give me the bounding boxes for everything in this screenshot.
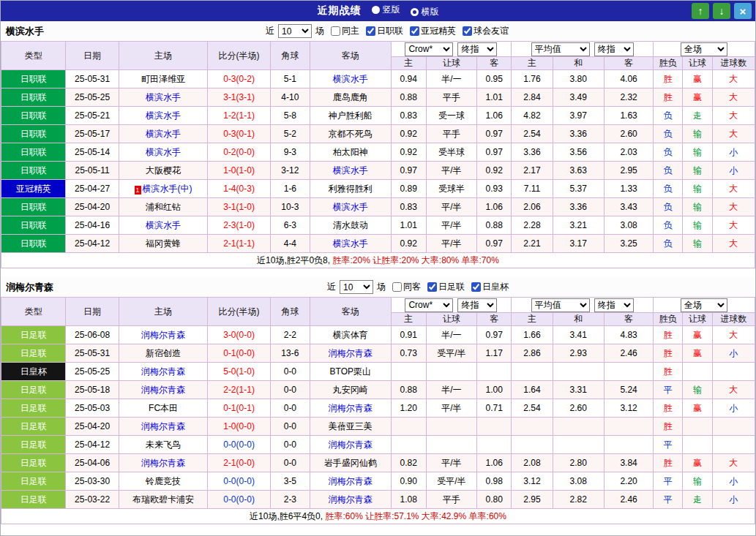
avg-draw-cell: 2.80 [553, 454, 604, 472]
filter-checkbox[interactable]: 日皇杯 [471, 281, 509, 293]
avg-away-cell: 3.08 [604, 216, 653, 235]
away-team-cell: 丸安冈崎 [310, 381, 392, 399]
odds-home-cell: 0.97 [391, 162, 426, 180]
odds-source-select[interactable]: Crow* [405, 42, 453, 56]
filter-checkbox-input[interactable] [331, 26, 340, 36]
avg-away-cell: 4.83 [604, 326, 653, 344]
home-team-cell: 横滨水手 [119, 88, 208, 107]
odds-away-cell: 0.97 [477, 143, 512, 162]
home-team-name: 未来飞鸟 [146, 439, 181, 450]
goals-cell: 大 [712, 216, 755, 235]
handicap-result-cell: 输 [683, 125, 712, 143]
match-row: 日职联25-05-11大阪樱花1-0(1-0)3-12横滨水手0.97平/半0.… [1, 162, 755, 180]
layout-radio[interactable]: 横版 [411, 6, 439, 18]
scope-select[interactable]: 全场 [681, 42, 727, 56]
scope-select[interactable]: 全场 [681, 298, 727, 312]
handicap-result-cell: 赢 [683, 454, 712, 472]
filter-checkbox[interactable]: 同客 [392, 281, 421, 293]
date-cell: 25-03-22 [66, 491, 119, 509]
filter-checkbox[interactable]: 球会友谊 [463, 25, 509, 37]
match-row: 日职联25-05-14横滨水手0-2(0-0)9-3柏太阳神0.92受半球0.9… [1, 143, 755, 162]
away-team-cell: 岩手盛冈仙鹤 [310, 454, 392, 472]
home-team-name: 横滨水手 [146, 147, 181, 157]
close-button[interactable]: × [734, 3, 752, 19]
odds-home-cell: 0.89 [391, 180, 426, 198]
filter-checkbox[interactable]: 日足联 [427, 281, 465, 293]
avg-select[interactable]: 平均值 [531, 298, 590, 312]
odds-away-cell: 1.01 [477, 88, 512, 107]
avg-home-cell: 3.36 [512, 143, 553, 162]
avg-draw-cell: 3.80 [553, 70, 604, 88]
home-team-name: 润梅尔青森 [141, 330, 185, 340]
avg-away-cell [604, 418, 653, 436]
summary-stats: 胜率:20% 让胜率:20% 大率:80% 单率:70% [332, 255, 498, 265]
move-up-button[interactable]: ↑ [692, 3, 709, 19]
filter-checkbox-input[interactable] [471, 282, 481, 292]
avg-draw-cell: 3.21 [553, 216, 604, 235]
score-cell: 2-1(1-1) [208, 235, 270, 253]
result-cell: 平 [654, 472, 683, 491]
goals-cell: 大 [712, 454, 755, 472]
avg-draw-cell: 3.97 [553, 107, 604, 125]
goals-cell: 小 [712, 472, 755, 491]
red-card-icon: 1 [135, 186, 141, 195]
goals-cell [712, 363, 755, 381]
filter-checkbox-input[interactable] [392, 282, 402, 292]
matches-table: 类型 日期 主场 比分(半场) 角球 客场 Crow* 终指 平均值 [1, 297, 755, 524]
home-team-cell: 润梅尔青森 [119, 454, 208, 472]
home-team-cell: 1横滨水手(中) [119, 180, 208, 198]
col-avg-away: 客 [604, 313, 653, 326]
odds-home-cell: 0.90 [391, 472, 426, 491]
result-cell: 胜 [654, 418, 683, 436]
date-cell: 25-04-12 [66, 436, 119, 454]
avg-time-select[interactable]: 终指 [594, 298, 634, 312]
league-cell: 日职联 [1, 70, 66, 88]
layout-radio[interactable]: 竖版 [372, 4, 400, 16]
avg-select[interactable]: 平均值 [531, 42, 590, 56]
goals-cell: 大 [712, 125, 755, 143]
corners-cell: 0-0 [270, 363, 310, 381]
filter-checkbox[interactable]: 日职联 [366, 25, 403, 37]
recent-results-window: 近期战绩 竖版横版 ↑ ↓ × 横滨水手 近 10 场 同主日职联亚冠精英球会友… [0, 0, 756, 536]
avg-time-select[interactable]: 终指 [594, 42, 634, 56]
avg-away-cell: 3.43 [604, 198, 653, 216]
odds-time-select[interactable]: 终指 [457, 298, 497, 312]
date-cell: 25-03-30 [66, 472, 119, 491]
goals-cell: 大 [712, 198, 755, 216]
avg-draw-cell: 3.36 [553, 125, 604, 143]
corners-cell: 5-2 [270, 125, 310, 143]
date-cell: 25-05-14 [66, 143, 119, 162]
goals-cell: 大 [712, 180, 755, 198]
filter-checkbox-input[interactable] [427, 282, 437, 292]
filter-checkbox-input[interactable] [366, 26, 375, 36]
odds-away-cell: 1.06 [477, 454, 512, 472]
odds-handicap-cell: 受平/半 [426, 472, 476, 491]
team-name: 润梅尔青森 [6, 281, 53, 294]
col-odds-home: 主 [391, 313, 426, 326]
odds-away-cell [477, 418, 512, 436]
filter-checkbox[interactable]: 同主 [331, 25, 359, 37]
move-down-button[interactable]: ↓ [713, 3, 730, 19]
result-cell: 胜 [654, 399, 683, 418]
recent-count-select[interactable]: 10 [340, 280, 373, 294]
handicap-result-cell: 输 [683, 235, 712, 253]
score-cell: 2-2(1-1) [208, 381, 270, 399]
handicap-result-cell: 输 [683, 472, 712, 491]
recent-count-select[interactable]: 10 [278, 24, 312, 38]
odds-source-select[interactable]: Crow* [405, 298, 453, 312]
filter-checkbox-input[interactable] [410, 26, 419, 36]
match-row: 日足联25-04-12未来飞鸟0-0(0-0)0-0润梅尔青森平 [1, 436, 755, 454]
avg-home-cell: 2.54 [512, 125, 553, 143]
score-cell: 0-0(0-0) [208, 436, 270, 454]
avg-away-cell: 2.46 [604, 491, 653, 509]
date-cell: 25-05-21 [66, 107, 119, 125]
avg-draw-cell [553, 363, 604, 381]
section-header: 润梅尔青森 近 10 场 同客日足联日皇杯 [1, 277, 755, 297]
filter-checkbox-input[interactable] [463, 26, 472, 36]
odds-time-select[interactable]: 终指 [457, 42, 497, 56]
date-cell: 25-05-03 [66, 399, 119, 418]
score-cell: 1-4(0-3) [208, 180, 270, 198]
filter-checkbox[interactable]: 亚冠精英 [410, 25, 456, 37]
league-cell: 日足联 [1, 418, 66, 436]
away-team-name: 美蓓亚三美 [329, 421, 373, 431]
